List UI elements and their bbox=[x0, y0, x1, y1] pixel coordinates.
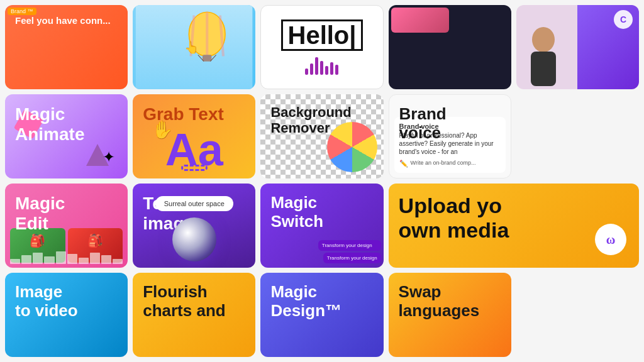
transform-preview: Transform your design Transform your des… bbox=[318, 240, 381, 265]
magic-design-title: MagicDesign™ bbox=[270, 283, 341, 321]
magic-edit-title: MagicEdit bbox=[15, 194, 65, 234]
hello-content: Hello| bbox=[281, 19, 364, 75]
svg-text:ω: ω bbox=[606, 233, 616, 246]
swap-languages-card[interactable]: Swaplanguages bbox=[389, 273, 511, 357]
hand-cursor-icon: ✋ bbox=[152, 119, 174, 140]
person-card[interactable]: C bbox=[516, 5, 639, 89]
colorful-images-card[interactable] bbox=[389, 5, 511, 89]
transform-card-1: Transform your design bbox=[318, 240, 381, 251]
upload-media-card[interactable]: Upload yoown media ω bbox=[389, 184, 639, 268]
person-silhouette bbox=[521, 24, 565, 89]
image-to-video-card[interactable]: Imageto video bbox=[5, 273, 128, 357]
transform-card-2: Transform your design bbox=[323, 253, 381, 263]
flourish-title: Flourishcharts and bbox=[143, 283, 226, 321]
feature-grid: Feel you have conn... Brand ™ bbox=[0, 0, 644, 362]
waveform bbox=[305, 56, 338, 75]
svg-point-9 bbox=[532, 27, 555, 52]
brand-voice-title: Brandvoice bbox=[399, 105, 447, 143]
grab-text-card[interactable]: Grab Text ✋ Aa bbox=[133, 94, 255, 178]
magic-animate-card[interactable]: MagicAnimate ✦ bbox=[5, 94, 128, 178]
brand-voice-card[interactable]: Brandvoice Brand voice Playful or profes… bbox=[389, 94, 511, 178]
prompt-box: Surreal outer space bbox=[155, 196, 233, 211]
edit-icon: ✏️ bbox=[399, 159, 408, 168]
metallic-sphere bbox=[172, 217, 216, 261]
feel-connected-title: Feel you have conn... bbox=[15, 15, 111, 26]
cursor-icon: 👆 bbox=[184, 40, 199, 55]
balloon-card[interactable]: 👆 bbox=[133, 5, 255, 89]
beach-ball bbox=[327, 122, 377, 172]
magic-design-card[interactable]: MagicDesign™ bbox=[260, 273, 383, 357]
img-tile-1 bbox=[391, 8, 449, 33]
hello-text: Hello| bbox=[281, 19, 364, 51]
sparkle-icon: ✦ bbox=[103, 148, 115, 166]
hello-card[interactable]: Hello| bbox=[260, 5, 383, 89]
audio-wave bbox=[10, 251, 123, 264]
brand-badge: Brand ™ bbox=[8, 8, 36, 15]
text-to-image-card[interactable]: Text to image Surreal outer space bbox=[133, 184, 255, 268]
svg-rect-10 bbox=[531, 52, 556, 86]
selection-indicator bbox=[181, 165, 208, 171]
magic-animate-title: MagicAnimate bbox=[15, 104, 84, 145]
feel-connected-card[interactable]: Feel you have conn... Brand ™ bbox=[5, 5, 128, 89]
flourish-charts-card[interactable]: Flourishcharts and bbox=[133, 273, 255, 357]
upload-media-title: Upload yoown media bbox=[399, 194, 509, 243]
image-to-video-title: Imageto video bbox=[15, 283, 78, 321]
magic-switch-title: MagicSwitch bbox=[270, 194, 323, 231]
background-remover-card[interactable]: BackgroundRemover bbox=[260, 94, 383, 178]
brand-voice-cta[interactable]: ✏️ Write an on-brand comp... bbox=[399, 159, 501, 168]
magic-edit-card[interactable]: MagicEdit 🎒 🎒 bbox=[5, 184, 128, 268]
svg-rect-6 bbox=[203, 55, 211, 61]
balloon-illustration: 👆 bbox=[133, 5, 255, 89]
swap-languages-title: Swaplanguages bbox=[399, 283, 480, 321]
magic-switch-card[interactable]: MagicSwitch Transform your design Transf… bbox=[260, 184, 383, 268]
canva-logo-upload: ω bbox=[595, 224, 626, 255]
canva-logo-small: C bbox=[614, 10, 633, 29]
